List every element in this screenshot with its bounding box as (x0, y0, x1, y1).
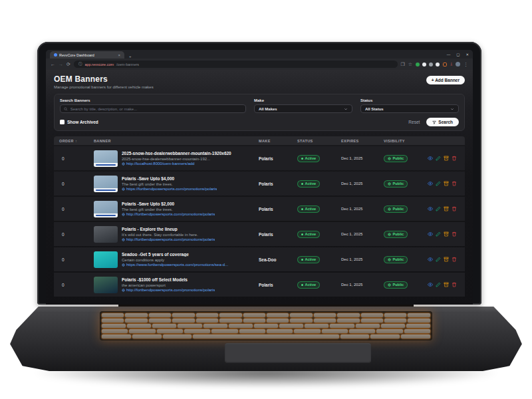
keyboard-key (184, 329, 210, 333)
column-visibility: VISIBILITY (384, 139, 425, 143)
keyboard-key (163, 334, 192, 338)
edit-button[interactable] (436, 282, 441, 287)
keyboard-key (219, 313, 241, 317)
back-icon[interactable]: ← (51, 62, 55, 66)
status-badge: Active (297, 256, 320, 263)
tab-favicon-icon (54, 53, 57, 57)
pencil-icon (436, 282, 441, 287)
search-button[interactable]: Search (426, 118, 459, 126)
extension-dot-icon[interactable] (429, 63, 433, 66)
status-select[interactable]: All Status (360, 104, 459, 113)
expires-value: Dec 1, 2025 (341, 182, 384, 186)
make-select[interactable]: All Makes (254, 104, 352, 113)
keyboard-key (361, 313, 383, 317)
banner-link[interactable]: http://fortbendpowersports.com/promotion… (122, 237, 215, 241)
keyboard-key (149, 313, 171, 317)
pencil-icon (436, 257, 441, 262)
globe-link-icon (122, 188, 125, 191)
keyboard-key (408, 319, 430, 323)
search-icon (64, 107, 68, 111)
banner-link[interactable]: http://fortbendpowersports.com/promotion… (122, 288, 215, 292)
extension-dot-icon[interactable] (422, 63, 426, 66)
banner-thumbnail (94, 176, 118, 192)
show-archived-label: Show Archived (67, 120, 98, 124)
status-dot-icon (301, 158, 303, 160)
oem-banners-page: OEM Banners Manage promotional banners f… (46, 70, 473, 305)
edit-button[interactable] (436, 231, 441, 237)
bookmark-star-icon[interactable]: ☆ (408, 62, 412, 66)
site-info-icon[interactable]: ⓘ (78, 63, 82, 66)
banners-table: ORDER ↑ BANNER MAKE STATUS EXPIRES VISIB… (54, 136, 465, 297)
edit-button[interactable] (436, 206, 441, 211)
order-value: 0 (59, 283, 94, 287)
download-icon[interactable]: ⤓ (450, 62, 452, 66)
view-button[interactable] (428, 231, 433, 237)
archive-button[interactable] (444, 257, 449, 262)
view-button[interactable] (428, 206, 433, 211)
status-badge: Active (297, 205, 320, 213)
window-maximize-icon[interactable]: ▢ (456, 53, 460, 57)
banner-link[interactable]: http://fortbendpowersports.com/promotion… (122, 212, 215, 216)
column-order[interactable]: ORDER ↑ (59, 139, 94, 143)
trash-icon (452, 282, 457, 287)
profile-avatar[interactable] (456, 62, 460, 66)
address-bar[interactable]: ⓘ app.revvcore.com /oem-banners (74, 61, 398, 68)
forward-icon[interactable]: → (59, 62, 63, 66)
delete-button[interactable] (452, 257, 457, 262)
view-button[interactable] (428, 257, 433, 262)
table-row: 0 Polaris - Explore the lineup It's wild… (54, 222, 465, 246)
delete-button[interactable] (452, 156, 457, 161)
archive-button[interactable] (444, 181, 449, 186)
edit-button[interactable] (436, 257, 441, 262)
archive-button[interactable] (444, 231, 449, 237)
keyboard-key (127, 324, 151, 328)
search-input[interactable] (70, 107, 242, 111)
window-controls: — ▢ ✕ (447, 53, 469, 59)
edit-button[interactable] (436, 181, 441, 186)
keyboard-key (404, 329, 430, 333)
table-header-row: ORDER ↑ BANNER MAKE STATUS EXPIRES VISIB… (54, 136, 465, 145)
browser-tab[interactable]: RevvCore Dashboard × (50, 51, 124, 59)
extension-square-icon[interactable] (443, 63, 447, 66)
keyboard-key (294, 329, 320, 333)
page-subtitle: Manage promotional banners for different… (54, 85, 154, 89)
browser-window: RevvCore Dashboard × + — ▢ ✕ ← → ⟳ ⓘ app… (46, 50, 473, 305)
make-select-value: All Makes (259, 107, 277, 111)
refresh-icon[interactable]: ⟳ (66, 62, 70, 66)
side-panel-icon[interactable]: ❐ (401, 62, 405, 66)
browser-menu-icon[interactable]: ⋮ (464, 62, 468, 66)
search-label: Search Banners (60, 98, 246, 102)
delete-button[interactable] (452, 282, 457, 287)
edit-button[interactable] (436, 156, 441, 161)
view-button[interactable] (428, 156, 433, 161)
keyboard-key (337, 319, 359, 323)
banner-link[interactable]: https://fortbendpowersports.com/promotio… (122, 187, 217, 191)
archive-button[interactable] (444, 156, 449, 161)
banner-link[interactable]: https://www.fortbendpowersports.com/prom… (122, 263, 228, 267)
extension-dot-icon[interactable] (416, 63, 420, 66)
reset-button[interactable]: Reset (408, 120, 420, 124)
banner-cell: Polaris -Save Upto $4,000 The best gift … (94, 176, 259, 192)
delete-button[interactable] (452, 181, 457, 186)
show-archived-toggle[interactable]: Show Archived (60, 120, 98, 124)
keyboard-key (243, 313, 265, 317)
banner-link[interactable]: http://localhost:8000/oem-banners/add (122, 162, 231, 166)
extension-dot-icon[interactable] (436, 63, 440, 66)
delete-button[interactable] (452, 206, 457, 211)
archive-box-icon (444, 156, 449, 161)
window-close-icon[interactable]: ✕ (466, 53, 469, 57)
eye-icon (428, 156, 433, 161)
delete-button[interactable] (452, 231, 457, 237)
keyboard-key (254, 324, 278, 328)
tab-close-icon[interactable]: × (118, 53, 120, 57)
show-archived-checkbox[interactable] (60, 120, 65, 124)
archive-button[interactable] (444, 206, 449, 211)
archive-button[interactable] (444, 282, 449, 287)
archive-box-icon (444, 206, 449, 211)
add-banner-button[interactable]: + Add Banner (426, 76, 465, 84)
window-minimize-icon[interactable]: — (447, 53, 451, 57)
banner-thumbnail (94, 277, 118, 293)
view-button[interactable] (428, 181, 433, 186)
view-button[interactable] (428, 282, 433, 287)
keyboard-key (305, 324, 329, 328)
